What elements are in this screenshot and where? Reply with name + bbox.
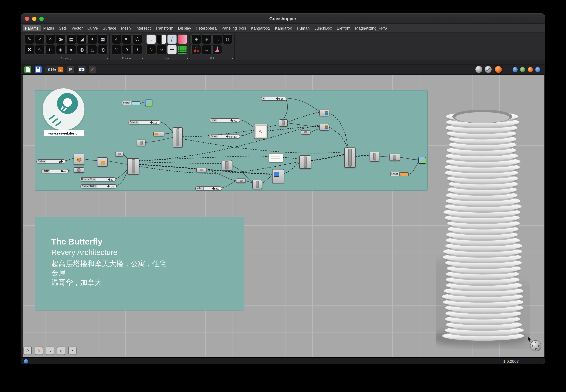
swatch-node[interactable]: Swatch xyxy=(390,172,408,176)
stack-icon[interactable]: ▤ xyxy=(66,34,76,44)
gradient-icon[interactable] xyxy=(178,34,187,44)
slider-knob[interactable] xyxy=(276,97,279,100)
close-window-button[interactable] xyxy=(25,17,29,21)
slider-knob[interactable] xyxy=(226,135,228,138)
menu-item-kangaroo[interactable]: Kangaroo xyxy=(273,25,294,31)
ellipse-icon[interactable]: ○ xyxy=(45,34,55,44)
donut-icon[interactable]: ◍ xyxy=(223,34,232,44)
curve-icon[interactable]: ∿ xyxy=(35,45,45,55)
gh-component-node[interactable] xyxy=(252,180,262,189)
star-icon[interactable]: ✶ xyxy=(133,45,142,55)
menu-item-params[interactable]: Params xyxy=(23,25,41,31)
gh-component-node[interactable] xyxy=(272,169,284,183)
menu-item-sets[interactable]: Sets xyxy=(57,25,69,31)
menu-item-human[interactable]: Human xyxy=(295,25,312,31)
panel-node[interactable] xyxy=(269,153,283,162)
menu-item-maths[interactable]: Maths xyxy=(41,25,56,31)
sphere-icon[interactable]: ● xyxy=(66,45,76,55)
number-slider-node[interactable]: Scale0.01866 xyxy=(210,135,240,139)
import-icon[interactable]: ↓ xyxy=(146,34,156,44)
slider-knob[interactable] xyxy=(150,121,152,124)
new-document-button[interactable] xyxy=(24,66,32,73)
menu-item-kangaroo2[interactable]: Kangaroo2 xyxy=(249,25,272,31)
swatch-color-chip[interactable] xyxy=(132,101,140,105)
number-slider-node[interactable]: Factor800 xyxy=(41,169,69,173)
letterA-icon[interactable]: A xyxy=(122,45,132,55)
gh-component-node[interactable] xyxy=(389,154,400,161)
slider-track[interactable]: 5.000 xyxy=(204,187,222,190)
chevron-down-icon[interactable]: ⌄ xyxy=(58,67,63,72)
status-pin-icon[interactable] xyxy=(24,359,28,363)
gh-component-node[interactable] xyxy=(344,148,356,168)
slider-track[interactable]: 0.46 xyxy=(265,97,286,100)
swatch-node[interactable]: Swatch xyxy=(122,101,140,105)
number-slider-node[interactable]: Scale X1.20 xyxy=(129,120,160,125)
slider-track[interactable]: 1.20 xyxy=(139,121,160,124)
group-expand-icon[interactable]: ▾ xyxy=(232,57,233,59)
graph-icon[interactable]: ∿ xyxy=(146,45,156,55)
spark-icon[interactable]: ✦ xyxy=(87,34,97,44)
menu-item-mesh[interactable]: Mesh xyxy=(119,25,133,31)
gh-component-node[interactable] xyxy=(115,152,123,156)
grasshopper-canvas[interactable]: The Butterfly Revery Architecture 超高层塔楼和… xyxy=(23,75,544,357)
wire-display-icon[interactable]: ∿ xyxy=(46,347,54,355)
swirl-icon[interactable]: ◐ xyxy=(112,34,121,44)
gh-component-node[interactable] xyxy=(319,110,329,116)
titlebar[interactable]: Grasshopper xyxy=(21,14,545,24)
menu-item-panelingtools[interactable]: PanelingTools xyxy=(219,25,248,31)
slider-knob[interactable] xyxy=(107,185,110,187)
paint-icon[interactable]: ✎ xyxy=(35,347,43,355)
menu-item-transform[interactable]: Transform xyxy=(153,25,176,31)
slider-track[interactable]: 800 xyxy=(50,169,68,173)
gh-component-node[interactable] xyxy=(74,154,84,165)
slider-track[interactable]: 0.40 xyxy=(97,178,116,181)
hexagon-icon[interactable]: ⬡ xyxy=(133,34,142,44)
menu-item-magnetizing_fpg[interactable]: Magnetizing_FPG xyxy=(353,25,389,31)
slider-track[interactable]: 1.000 xyxy=(217,119,240,122)
grid-icon[interactable] xyxy=(178,45,187,55)
number-slider-node[interactable]: A0.46 xyxy=(261,97,286,101)
draw-order-button[interactable]: ✐ xyxy=(89,66,96,73)
tree-icon[interactable]: ♣ xyxy=(191,34,201,44)
gh-component-node[interactable] xyxy=(173,127,183,148)
gh-component-node[interactable] xyxy=(74,167,84,173)
close-icon[interactable]: ✖ xyxy=(25,45,34,55)
relay-icon[interactable]: → xyxy=(202,45,211,55)
gh-component-node[interactable] xyxy=(196,168,207,172)
menu-item-curve[interactable]: Curve xyxy=(85,25,100,31)
channel-orange-icon[interactable] xyxy=(528,67,533,72)
menu-item-vector[interactable]: Vector xyxy=(69,25,85,31)
gh-component-node[interactable] xyxy=(222,160,232,170)
number-slider-node[interactable]: Value5.000 xyxy=(195,186,222,190)
flask-icon[interactable] xyxy=(212,45,222,55)
circle-icon[interactable]: ◉ xyxy=(56,34,66,44)
script-icon[interactable]: ƒ xyxy=(167,34,177,44)
swatch-color-chip[interactable] xyxy=(400,172,408,176)
wireframe-sphere-icon[interactable] xyxy=(485,66,492,73)
minimize-window-button[interactable] xyxy=(32,17,36,21)
gh-component-node[interactable] xyxy=(97,157,107,167)
cone-icon[interactable]: △ xyxy=(87,45,97,55)
slider-track[interactable]: 0.01866 xyxy=(218,135,240,138)
number-slider-node[interactable]: Radius100 xyxy=(36,159,65,163)
vector-icon[interactable]: ↗ xyxy=(35,34,45,44)
gh-component-node[interactable] xyxy=(299,155,311,169)
number-slider-node[interactable]: Number Slider0.40 xyxy=(80,177,116,182)
zoom-control[interactable]: 91% ⌄ xyxy=(45,66,64,73)
gh-component-node[interactable] xyxy=(319,124,329,131)
channel-blue2-icon[interactable] xyxy=(535,67,540,72)
ring-icon[interactable]: ○ xyxy=(157,45,166,55)
gh-component-node[interactable] xyxy=(145,99,152,106)
history-icon[interactable]: ◔ xyxy=(68,347,76,355)
graph-mapper-node[interactable] xyxy=(254,124,268,139)
sketch-icon[interactable]: ✎ xyxy=(25,34,34,44)
menu-item-intersect[interactable]: Intersect xyxy=(133,25,153,31)
pipe-icon[interactable]: ◎ xyxy=(98,45,107,55)
save-button[interactable] xyxy=(34,66,42,73)
slider-track[interactable]: 100 xyxy=(46,160,65,163)
preview-button[interactable] xyxy=(77,66,86,73)
group-expand-icon[interactable]: ▾ xyxy=(187,57,188,59)
number-slider-node[interactable]: Time1.000 xyxy=(210,118,240,122)
zoom-window-button[interactable] xyxy=(39,17,44,21)
gh-component-node[interactable] xyxy=(279,119,288,126)
